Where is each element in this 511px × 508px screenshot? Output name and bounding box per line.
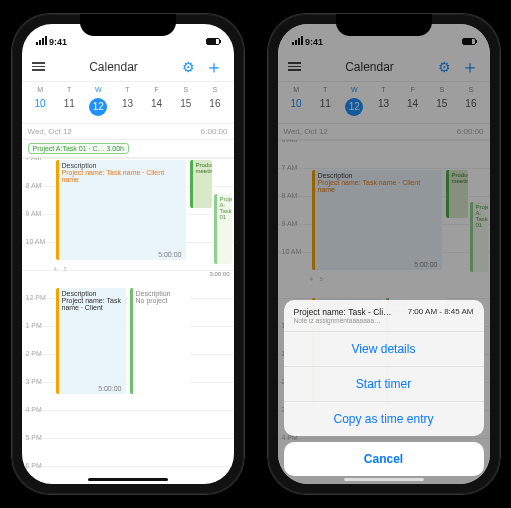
date[interactable]: 11	[55, 95, 84, 119]
page-title: Calendar	[345, 60, 394, 74]
battery-icon	[462, 38, 476, 45]
hour-label: 8 AM	[26, 182, 52, 189]
hour-label: 4 PM	[26, 406, 52, 413]
weekday: T	[369, 84, 398, 95]
date[interactable]: 13	[113, 95, 142, 119]
weekday: S	[171, 84, 200, 95]
weekday: M	[26, 84, 55, 95]
weekday: M	[282, 84, 311, 95]
allday-date: Wed, Oct 12	[28, 127, 72, 136]
small-hour: 5	[64, 266, 67, 272]
date[interactable]: 14	[398, 95, 427, 119]
hour-label: 8 AM	[282, 192, 308, 199]
date[interactable]: 10	[282, 95, 311, 119]
event-block[interactable]: Product meeting	[190, 160, 212, 208]
timeline[interactable]: 7 AM 8 AM 9 AM 10 AM 4 5 12 PM 1 PM 2 PM…	[22, 158, 234, 478]
copy-as-time-entry-button[interactable]: Copy as time entry	[284, 402, 484, 436]
signal-icon	[292, 36, 303, 45]
date-row: 10 11 12 13 14 15 16	[278, 95, 490, 123]
status-time: 9:41	[305, 37, 323, 47]
event-subtitle: Project name: Task name · Client name	[318, 179, 439, 193]
event-duration: 5:00:00	[414, 261, 437, 268]
sheet-title: Project name: Task - Cli…	[294, 307, 392, 317]
add-icon[interactable]: ＋	[461, 58, 479, 76]
hour-label: 12 PM	[26, 294, 52, 301]
small-hour: 4	[310, 276, 313, 282]
event-subtitle: Project name: Task name · Client name	[62, 169, 183, 183]
weekday: T	[113, 84, 142, 95]
date[interactable]: 16	[456, 95, 485, 119]
weekday-row: M T W T F S S	[22, 82, 234, 95]
event-block[interactable]: Description No project	[130, 288, 190, 394]
start-timer-button[interactable]: Start timer	[284, 367, 484, 402]
date-row: 10 11 12 13 14 15 16	[22, 95, 234, 123]
date-selected[interactable]: 12	[340, 95, 369, 119]
weekday: S	[427, 84, 456, 95]
event-block[interactable]: Description Project name: Task name · Cl…	[312, 170, 442, 270]
hour-label: 6 AM	[282, 140, 308, 143]
settings-icon[interactable]: ⚙	[182, 60, 195, 74]
menu-icon[interactable]	[288, 62, 301, 71]
allday-row: Project A:Task 01 · C… 3.00h	[22, 140, 234, 158]
weekday: F	[142, 84, 171, 95]
small-hour: 5	[320, 276, 323, 282]
menu-icon[interactable]	[32, 62, 45, 71]
navbar: Calendar ⚙ ＋	[22, 52, 234, 82]
sheet-card: Project name: Task - Cli… Note iz assign…	[284, 300, 484, 436]
hour-label: 1 PM	[26, 322, 52, 329]
hour-label: 9 AM	[26, 210, 52, 217]
navbar: Calendar ⚙ ＋	[278, 52, 490, 82]
home-indicator[interactable]	[344, 478, 424, 481]
add-icon[interactable]: ＋	[205, 58, 223, 76]
date[interactable]: 11	[311, 95, 340, 119]
small-hour: 4	[54, 266, 57, 272]
hour-label: 10 AM	[26, 238, 52, 245]
screen-left: 9:41 Calendar ⚙ ＋ M T W T F S S 10 11 12…	[22, 24, 234, 484]
event-subtitle: Project name: Task name · Client	[62, 297, 123, 311]
phone-left: 9:41 Calendar ⚙ ＋ M T W T F S S 10 11 12…	[12, 14, 244, 494]
allday-event-pill[interactable]: Project A:Task 01 · C… 3.00h	[28, 143, 129, 154]
allday-time: 6:00:00	[457, 127, 484, 136]
hour-label: 2 PM	[26, 350, 52, 357]
weekday: T	[55, 84, 84, 95]
event-title: Description	[318, 172, 439, 179]
weekday: W	[340, 84, 369, 95]
sheet-header: Project name: Task - Cli… Note iz assign…	[284, 300, 484, 332]
cancel-button[interactable]: Cancel	[284, 442, 484, 476]
date-selected[interactable]: 12	[84, 95, 113, 119]
date[interactable]: 14	[142, 95, 171, 119]
hour-label: 5 PM	[26, 434, 52, 441]
page-title: Calendar	[89, 60, 138, 74]
home-indicator[interactable]	[88, 478, 168, 481]
weekday-row: M T W T F S S	[278, 82, 490, 95]
event-block[interactable]: Description Project name: Task name · Cl…	[56, 160, 186, 260]
event-block[interactable]: Description Project name: Task name · Cl…	[56, 288, 126, 394]
hour-label: 7 AM	[282, 164, 308, 171]
screen-right: 9:41 Calendar ⚙ ＋ M T W T F S S 10 11 12…	[278, 24, 490, 484]
event-title: Description	[62, 162, 183, 169]
phone-right: 9:41 Calendar ⚙ ＋ M T W T F S S 10 11 12…	[268, 14, 500, 494]
event-subtitle: No project	[136, 297, 187, 304]
date[interactable]: 16	[200, 95, 229, 119]
allday-header: Wed, Oct 12 6:00:00	[278, 123, 490, 140]
hour-label: 7 AM	[26, 158, 52, 161]
event-block[interactable]: Product meeting	[446, 170, 468, 218]
allday-time: 6:00:00	[201, 127, 228, 136]
allday-header: Wed, Oct 12 6:00:00	[22, 123, 234, 140]
hour-label: 10 AM	[282, 248, 308, 255]
battery-icon	[206, 38, 220, 45]
date[interactable]: 15	[427, 95, 456, 119]
date[interactable]: 10	[26, 95, 55, 119]
event-block[interactable]: Project A: Task 01	[214, 194, 232, 264]
hour-label: 9 AM	[282, 220, 308, 227]
hour-label: 3 PM	[26, 378, 52, 385]
date[interactable]: 13	[369, 95, 398, 119]
event-duration-small: 3:00:00	[209, 271, 229, 277]
signal-icon	[36, 36, 47, 45]
status-time: 9:41	[49, 37, 67, 47]
view-details-button[interactable]: View details	[284, 332, 484, 367]
event-block[interactable]: Project A: Task 01	[470, 202, 488, 272]
date[interactable]: 15	[171, 95, 200, 119]
settings-icon[interactable]: ⚙	[438, 60, 451, 74]
weekday: T	[311, 84, 340, 95]
